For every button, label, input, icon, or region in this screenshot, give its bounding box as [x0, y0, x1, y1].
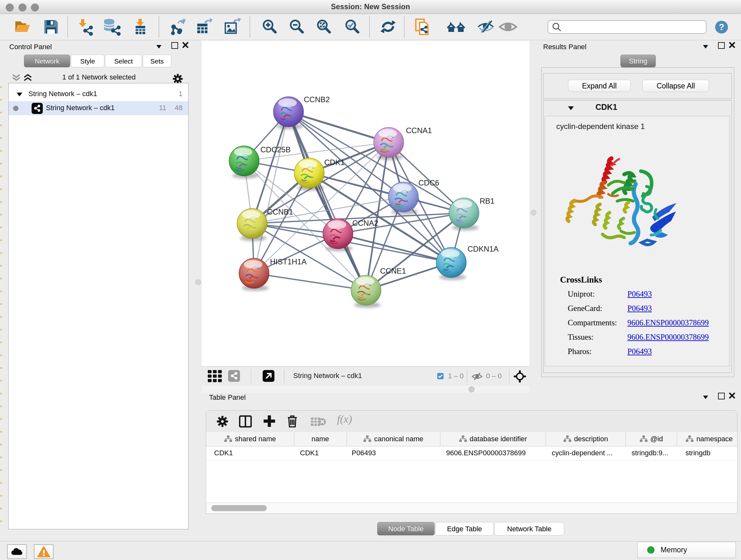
svg-text:CDKN1A: CDKN1A	[468, 245, 498, 253]
svg-text:HIST1H1A: HIST1H1A	[270, 257, 307, 266]
svg-text:CCNB1: CCNB1	[267, 207, 293, 216]
svg-text:CCNA1: CCNA1	[406, 126, 432, 135]
svg-text:CDK1: CDK1	[324, 158, 345, 167]
svg-text:CDC25B: CDC25B	[260, 145, 291, 154]
svg-text:CCNA2: CCNA2	[352, 219, 378, 227]
svg-text:CDC6: CDC6	[418, 179, 439, 187]
svg-text:CCNE1: CCNE1	[380, 266, 406, 275]
svg-text:CCNB2: CCNB2	[304, 95, 330, 104]
svg-text:RB1: RB1	[480, 197, 495, 205]
